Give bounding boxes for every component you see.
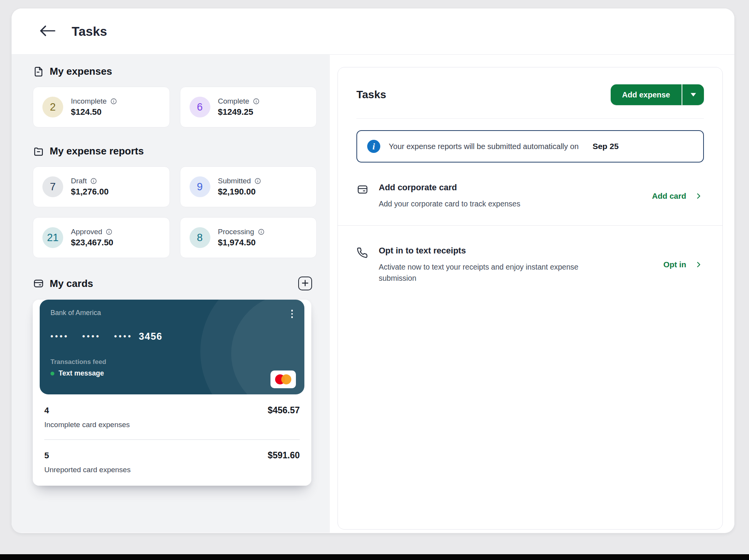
row-label: Unreported card expenses <box>44 466 300 474</box>
banner-message: Your expense reports will be submitted a… <box>389 142 579 151</box>
status-dot <box>50 372 54 376</box>
app-window: Tasks My expenses 2 Incomplete <box>12 8 734 533</box>
my-expense-reports-heading: My expense reports <box>33 145 317 157</box>
task-subtitle: Activate now to text your receipts and e… <box>379 262 587 283</box>
stat-amount: $2,190.00 <box>218 187 262 197</box>
count-badge: 8 <box>190 227 210 248</box>
folder-icon <box>33 146 44 157</box>
divider <box>356 118 704 119</box>
document-icon <box>33 66 44 77</box>
stat-amount: $1,974.50 <box>218 238 265 248</box>
stat-card-draft[interactable]: 7 Draft $1,276.00 <box>33 166 170 207</box>
stat-amount: $23,467.50 <box>71 238 113 248</box>
cards-panel: Bank of America •••• •••• •••• 3456 Tran… <box>33 300 311 486</box>
add-expense-split-button: Add expense <box>611 84 704 105</box>
stat-label: Processing <box>218 228 254 236</box>
my-cards-heading: My cards <box>33 278 93 290</box>
row-count: 5 <box>44 451 49 461</box>
info-icon[interactable] <box>90 178 97 184</box>
section-title: My cards <box>50 278 93 290</box>
card-expense-row-incomplete[interactable]: 4 $456.57 Incomplete card expenses <box>44 405 300 429</box>
info-icon[interactable] <box>254 178 261 184</box>
count-badge: 9 <box>190 176 210 197</box>
chevron-right-icon <box>695 261 702 268</box>
task-row-opt-in-text-receipts: Opt in to text receipts Activate now to … <box>356 246 704 283</box>
stat-amount: $124.50 <box>71 107 117 117</box>
section-title: My expenses <box>50 65 112 77</box>
card-number-mask: •••• •••• •••• <box>50 332 133 341</box>
row-amount: $456.57 <box>268 405 300 416</box>
my-cards-heading-row: My cards <box>33 277 317 290</box>
task-subtitle: Add your corporate card to track expense… <box>379 198 587 209</box>
row-label: Incomplete card expenses <box>44 421 300 429</box>
task-body: Add corporate card Add your corporate ca… <box>379 183 642 209</box>
screen-edge-bar <box>0 554 749 560</box>
info-icon[interactable] <box>258 228 265 235</box>
stat-card-complete[interactable]: 6 Complete $1249.25 <box>180 87 317 127</box>
stat-amount: $1249.25 <box>218 107 260 117</box>
task-row-add-corporate-card: Add corporate card Add your corporate ca… <box>356 183 704 209</box>
card-number-last4: 3456 <box>139 331 163 342</box>
app-header: Tasks <box>12 8 734 55</box>
stat-card-approved[interactable]: 21 Approved $23,467.50 <box>33 217 170 258</box>
mastercard-icon <box>270 371 296 388</box>
phone-icon <box>356 246 369 259</box>
report-stats-grid-row2: 21 Approved $23,467.50 8 <box>33 217 317 258</box>
row-count: 4 <box>44 406 49 416</box>
tasks-title: Tasks <box>356 89 386 101</box>
caret-down-icon <box>690 91 696 98</box>
tasks-panel-header: Tasks Add expense <box>356 84 704 105</box>
feed-status-row: Text message <box>50 369 294 377</box>
card-expense-summary: 4 $456.57 Incomplete card expenses 5 $59… <box>33 394 311 486</box>
add-card-link[interactable]: Add card <box>652 191 702 201</box>
info-icon[interactable] <box>253 98 260 105</box>
count-badge: 6 <box>190 97 210 117</box>
stat-label: Approved <box>71 228 102 236</box>
stat-card-processing[interactable]: 8 Processing $1,974.50 <box>180 217 317 258</box>
stat-label: Draft <box>71 177 87 185</box>
back-button[interactable] <box>39 25 56 38</box>
add-expense-button[interactable]: Add expense <box>611 84 682 105</box>
opt-in-link[interactable]: Opt in <box>663 260 702 269</box>
card-menu-button[interactable] <box>290 308 295 320</box>
action-label: Add card <box>652 191 686 201</box>
count-badge: 21 <box>42 227 63 248</box>
card-expense-row-unreported[interactable]: 5 $591.60 Unreported card expenses <box>44 450 300 474</box>
arrow-left-icon <box>39 24 56 39</box>
my-expenses-heading: My expenses <box>33 65 317 77</box>
count-badge: 7 <box>42 176 63 197</box>
corporate-card-icon <box>356 183 369 196</box>
stat-amount: $1,276.00 <box>71 187 109 197</box>
page-title: Tasks <box>72 24 107 39</box>
count-badge: 2 <box>42 97 63 117</box>
divider <box>44 439 300 440</box>
add-expense-dropdown-button[interactable] <box>682 84 704 105</box>
auto-submit-banner: Your expense reports will be submitted a… <box>356 130 704 163</box>
bank-name: Bank of America <box>50 309 294 317</box>
plus-icon <box>302 280 309 288</box>
stat-card-incomplete[interactable]: 2 Incomplete $124.50 <box>33 87 170 127</box>
task-body: Opt in to text receipts Activate now to … <box>379 246 653 283</box>
task-title: Add corporate card <box>379 183 642 193</box>
chevron-right-icon <box>695 192 702 200</box>
feed-status: Text message <box>59 369 104 377</box>
info-icon[interactable] <box>106 228 113 235</box>
tasks-panel: Tasks Add expense Your expense <box>338 67 723 530</box>
sidebar: My expenses 2 Incomplete $124.50 <box>12 55 330 533</box>
banner-date: Sep 25 <box>593 142 619 151</box>
stat-label: Complete <box>218 97 249 106</box>
info-filled-icon <box>367 140 380 153</box>
add-card-button[interactable] <box>298 277 312 290</box>
divider <box>338 225 722 226</box>
stat-card-submitted[interactable]: 9 Submitted $2,190.00 <box>180 166 317 207</box>
info-icon[interactable] <box>110 98 117 105</box>
stat-label: Incomplete <box>71 97 107 106</box>
row-amount: $591.60 <box>268 450 300 461</box>
task-title: Opt in to text receipts <box>379 246 653 256</box>
bank-card: Bank of America •••• •••• •••• 3456 Tran… <box>40 300 304 394</box>
action-label: Opt in <box>663 260 686 269</box>
report-stats-grid-row1: 7 Draft $1,276.00 9 <box>33 166 317 207</box>
stat-label: Submitted <box>218 177 251 185</box>
expense-stats-grid: 2 Incomplete $124.50 6 <box>33 87 317 127</box>
transactions-feed-label: Transactions feed <box>50 358 294 366</box>
